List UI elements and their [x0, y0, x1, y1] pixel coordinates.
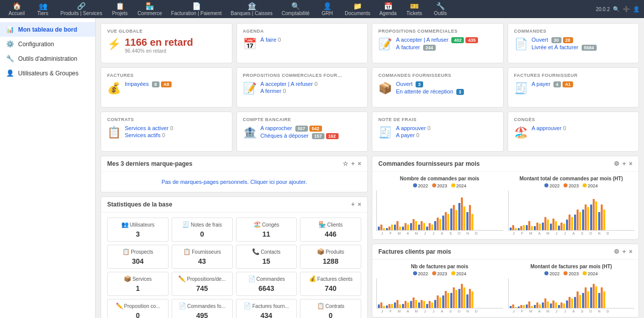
filter-icon[interactable]: ⚙ [614, 160, 619, 167]
stat-cell[interactable]: 📄Factures fourn...434 [236, 299, 297, 318]
stat-cell[interactable]: 📄Commandes6643 [236, 272, 297, 296]
nav-produits[interactable]: 🔗 Produits | Services [56, 1, 106, 17]
factures-chart-title: Factures clients par mois [378, 248, 451, 255]
nav-comptabilite[interactable]: 🔍 Comptabilité [278, 1, 314, 17]
comptabilite-icon: 🔍 [291, 2, 300, 10]
bar-group [402, 223, 409, 230]
sidebar-item-configuration[interactable]: ⚙️ Configuration [0, 37, 95, 51]
cmd-four-attente-link[interactable]: En attente de réception 3 [396, 88, 497, 95]
nav-projets[interactable]: 📋 Projets [107, 1, 132, 17]
factures-close-icon[interactable]: × [629, 248, 632, 255]
frais-approuver-link[interactable]: A approuver 0 [396, 125, 497, 131]
bookmark-add-link[interactable]: Pas de marques-pages personnels. Cliquer… [162, 179, 307, 185]
badge-557: 557 [295, 126, 308, 132]
bar [579, 295, 581, 308]
factures-filter-icon[interactable]: ⚙ [614, 248, 619, 255]
plus-icon[interactable]: + [351, 160, 355, 167]
stats-plus-icon[interactable]: + [351, 201, 355, 208]
close-icon[interactable]: × [358, 160, 361, 167]
sidebar-item-admin[interactable]: 🔧 Outils d'administration [0, 51, 95, 66]
bar [388, 304, 390, 308]
bar [528, 221, 530, 230]
factures-plus-icon[interactable]: + [622, 248, 626, 255]
factures-impayees-link[interactable]: Impayées 8A8 [125, 81, 226, 87]
cmd-four-ouvert-link[interactable]: Ouvert 3 [396, 81, 497, 87]
search-nav-icon[interactable]: 🔍 [613, 6, 620, 13]
stat-cell[interactable]: 📞Contacts15 [236, 245, 297, 269]
contrats-activer-link[interactable]: Services à activer 0 [125, 125, 226, 131]
nav-outils[interactable]: 🔧 Outils [428, 1, 453, 17]
stat-cell[interactable]: 🏪Clients446 [300, 218, 361, 242]
chart-plus-icon[interactable]: + [622, 160, 626, 167]
prop-four-fermer-link[interactable]: A fermer 0 [261, 88, 362, 94]
stat-cell[interactable]: 🏖️Congés11 [236, 218, 297, 242]
nav-agenda[interactable]: 📅 Agenda [375, 1, 400, 17]
vue-globale-info: 1166 en retard 96.440% en retard [125, 37, 226, 54]
contrats-actifs-link[interactable]: Services actifs 0 [125, 132, 226, 138]
bar [550, 224, 552, 230]
stat-cell[interactable]: 📋Fournisseurs43 [172, 245, 233, 269]
frais-payer-link[interactable]: A payer 0 [396, 132, 497, 138]
card-frais: NOTE DE FRAIS 🧾 A approuver 0 A payer 0 [372, 112, 504, 152]
bar [577, 209, 579, 230]
card-propositions-body: 📝 A accepter | A refuser 402435 À factur… [378, 37, 497, 52]
frais-icon: 🧾 [378, 126, 392, 139]
bar [566, 300, 568, 308]
propositions-accepter-link[interactable]: A accepter | A refuser 402435 [396, 37, 497, 43]
contrats-info: Services à activer 0 Services actifs 0 [125, 125, 226, 139]
conges-info: A approuver 0 [532, 125, 633, 132]
banques-icon: 🏦 [248, 2, 256, 10]
bar [429, 223, 431, 230]
nav-accueil[interactable]: 🏠 Accueil [4, 1, 29, 17]
stat-cell[interactable]: 👥Utilisateurs3 [107, 218, 169, 242]
bar [601, 287, 603, 308]
stat-cell[interactable]: ✏️Proposition co...0 [107, 299, 169, 318]
stat-cell[interactable]: 💰Factures clients740 [300, 272, 361, 296]
commandes-livree-link[interactable]: Livrée et À facturer 5584 [532, 44, 633, 51]
vue-globale-num[interactable]: 1166 en retard [125, 37, 226, 48]
bar-group [590, 199, 597, 230]
banque-rapprocher-link[interactable]: A rapprocher 557542 [261, 125, 362, 132]
stats-close-icon[interactable]: × [358, 201, 361, 208]
prop-four-accepter-link[interactable]: A accepter | A refuser 0 [261, 81, 362, 87]
nav-tickets[interactable]: 🎫 Tickets [401, 1, 427, 17]
bar [595, 201, 597, 230]
commandes-right-title: Montant total de commandes par mois (HT) [508, 176, 635, 181]
user-nav-icon[interactable]: 👤 [633, 6, 640, 13]
stat-cell[interactable]: 📋Prospects304 [107, 245, 169, 269]
star-icon[interactable]: ☆ [343, 160, 348, 167]
card-propositions: PROPOSITIONS COMMERCIALES 📝 A accepter |… [372, 23, 504, 63]
badge-162: 162 [326, 133, 339, 139]
stat-cell[interactable]: 📄Commandes fo...495 [172, 299, 233, 318]
bar-group [526, 221, 533, 230]
nav-facturation[interactable]: 📄 Facturation | Paiement [167, 1, 225, 17]
nav-commerce[interactable]: 🏪 Commerce [133, 1, 166, 17]
sidebar-item-users[interactable]: 👤 Utilisateurs & Groupes [0, 66, 95, 80]
bar [555, 302, 557, 308]
agenda-afaire-link[interactable]: À faire 0 [261, 37, 362, 43]
bookmarks-title: Mes 3 derniers marque-pages [107, 160, 192, 167]
stat-cell[interactable]: ✏️Propositions/de...745 [172, 272, 233, 296]
chart-close-icon[interactable]: × [629, 160, 632, 167]
bar [542, 223, 544, 230]
bar [418, 225, 420, 230]
nav-banques[interactable]: 🏦 Banques | Caisses [227, 1, 277, 17]
commandes-ouvert-link[interactable]: Ouvert 3028 [532, 37, 633, 43]
fact-four-payer-link[interactable]: A payer 4A1 [532, 81, 633, 87]
add-nav-icon[interactable]: ➕ [623, 6, 630, 13]
card-commandes: COMMANDES 📄 Ouvert 3028 Livrée et À fact… [508, 23, 639, 63]
sidebar-item-dashboard[interactable]: 📊 Mon tableau de bord [0, 22, 95, 37]
card-prop-four-body: 📝 A accepter | A refuser 0 A fermer 0 [243, 81, 362, 95]
nav-documents[interactable]: 📁 Documents [341, 1, 374, 17]
stat-cell[interactable]: 📋Contrats0 [300, 299, 361, 318]
conges-approuver-link[interactable]: A approuver 0 [532, 125, 633, 131]
stat-cell[interactable]: 📦Services1 [107, 272, 169, 296]
banque-cheques-link[interactable]: Chèques à déposer 157162 [261, 133, 362, 139]
stat-cell[interactable]: 📦Produits1288 [300, 245, 361, 269]
nav-grh[interactable]: 👤 GRH [314, 1, 340, 17]
chart-x-labels-cmd: JFMAMJJASOND [376, 232, 503, 235]
nav-tiers[interactable]: 👥 Tiers [30, 1, 55, 17]
bar [445, 291, 447, 308]
stat-cell[interactable]: 🧾Notes de frais0 [172, 218, 233, 242]
propositions-facturer-link[interactable]: À facturer 244 [396, 44, 497, 51]
